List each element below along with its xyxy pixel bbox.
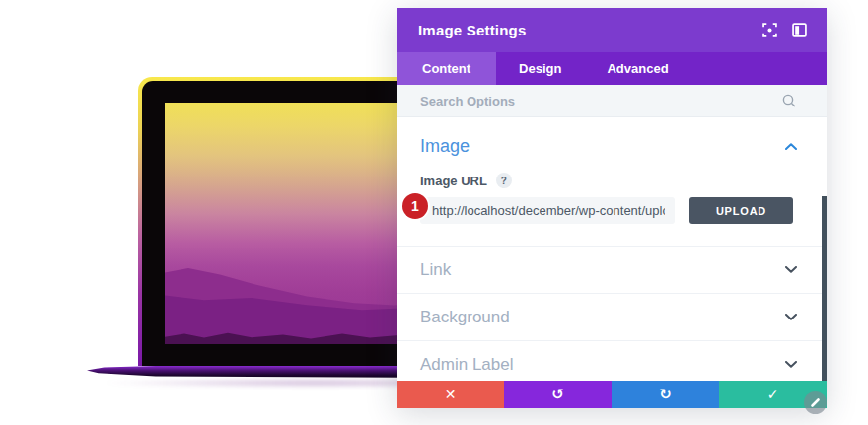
resize-diagonal-icon [804,391,827,414]
chevron-down-icon [785,361,797,368]
tab-advanced[interactable]: Advanced [584,52,690,85]
image-url-label: Image URL [420,174,487,188]
tab-design[interactable]: Design [496,52,584,85]
search-input[interactable] [420,94,781,108]
search-icon [781,93,797,108]
background-section-toggle[interactable]: Background [397,294,827,340]
image-section: Image Image URL ? UPLOAD [397,117,827,246]
modal-scrollbar[interactable] [822,196,827,381]
link-section-title: Link [420,260,451,280]
page: Image Settings Content Design Advanced [0,0,868,425]
image-section-title: Image [420,136,470,157]
image-section-header[interactable]: Image [420,136,797,157]
focus-preview-icon[interactable] [762,23,777,37]
help-icon[interactable]: ? [496,173,512,188]
image-settings-modal: Image Settings Content Design Advanced [397,8,827,408]
chevron-up-icon[interactable] [785,143,797,150]
undo-button[interactable]: ↺ [504,381,612,408]
image-url-label-row: Image URL ? [420,173,797,188]
step-badge: 1 [402,193,428,219]
discard-button[interactable]: ✕ [397,381,504,408]
resize-handle[interactable] [804,391,827,414]
modal-body: Image Image URL ? UPLOAD Link [397,117,827,381]
redo-button[interactable]: ↻ [612,381,719,408]
modal-tab-bar: Content Design Advanced [397,52,827,85]
chevron-down-icon [785,314,797,320]
image-url-input[interactable] [420,197,675,224]
modal-footer: ✕ ↺ ↻ ✓ [397,381,827,408]
modal-header: Image Settings [397,8,827,52]
columns-layout-icon[interactable] [792,23,807,37]
admin-label-section-title: Admin Label [420,355,514,375]
background-section-title: Background [420,308,510,327]
image-url-input-row: UPLOAD [420,197,797,224]
chevron-down-icon [785,266,797,273]
admin-label-section-toggle[interactable]: Admin Label [397,341,827,381]
link-section-toggle[interactable]: Link [397,247,827,293]
modal-title: Image Settings [418,22,748,38]
tab-content[interactable]: Content [397,52,496,85]
search-options-bar [397,85,827,117]
upload-button[interactable]: UPLOAD [689,197,793,224]
